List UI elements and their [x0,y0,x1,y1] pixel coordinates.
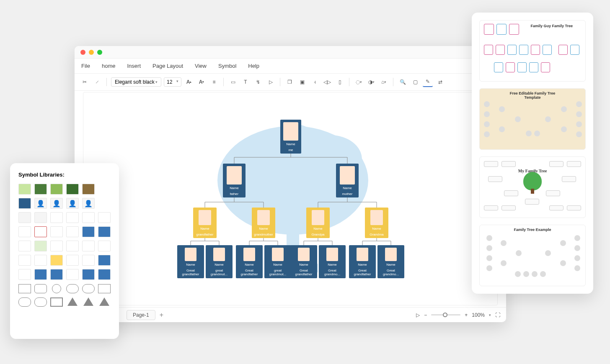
symbol-card-4[interactable] [66,212,79,223]
node-ggm-1[interactable]: Namegreat grandmot... [206,245,233,278]
symbol-card-21[interactable] [50,255,63,266]
menu-view[interactable]: View [195,63,207,69]
template-my-family-tree[interactable]: My Family Tree [479,156,586,218]
symbol-card-12[interactable] [98,226,111,237]
layers-icon[interactable]: ❐ [284,77,295,87]
shape-pill[interactable] [82,284,95,293]
symbol-tree-3[interactable] [50,184,63,195]
symbol-card-16[interactable] [66,241,79,251]
text-tool-icon[interactable]: T [240,77,251,87]
page-tab[interactable]: Page-1 [127,310,155,320]
symbol-card-9[interactable] [50,226,63,237]
symbol-person-2[interactable]: 👤 [50,198,63,209]
symbol-card-28[interactable] [66,269,79,280]
shape-rounded-rect[interactable] [34,284,47,293]
shape-round-3[interactable] [34,297,47,307]
menu-insert[interactable]: Insert [127,63,141,69]
maximize-icon[interactable] [97,50,102,55]
symbol-card-18[interactable] [98,241,111,251]
align-left-icon[interactable]: ⫞ [310,77,320,87]
symbol-card-20[interactable] [34,255,47,266]
symbol-card-29[interactable] [82,269,95,280]
font-select[interactable]: Elegant soft black ▾ [111,77,161,87]
symbol-card-1[interactable] [18,212,31,223]
settings-icon[interactable]: ⇄ [435,77,445,87]
node-grandmother-1[interactable]: Name grandmother [252,208,275,238]
template-editable[interactable]: Free Editable Family Tree Template [479,88,586,150]
font-size-select[interactable]: 12 ▾ [164,77,181,87]
increase-font-icon[interactable]: A▴ [184,77,194,87]
zoom-in-button[interactable]: + [465,312,468,318]
node-ggm-4[interactable]: NameGreat grandmo... [377,245,404,278]
node-mother[interactable]: Name mother [336,164,359,197]
symbol-card-19[interactable] [18,255,31,266]
node-ggf-3[interactable]: NameGreat grandfather [290,245,317,278]
shape-triangle-3[interactable] [99,297,109,306]
fullscreen-icon[interactable]: ⛶ [495,312,500,318]
group-icon[interactable]: ▣ [297,77,307,87]
node-grandma-2[interactable]: Name Grandma [365,208,388,238]
play-icon[interactable]: ▷ [416,312,420,318]
node-ggm-3[interactable]: NameGreat grandmo... [319,245,346,278]
shape-triangle-2[interactable] [83,297,93,306]
symbol-person-1[interactable]: 👤 [34,198,47,209]
symbol-card-2[interactable] [34,212,47,223]
close-icon[interactable] [80,50,85,55]
symbol-card-6[interactable] [98,212,111,223]
line-color-icon[interactable]: ✎ [423,77,433,87]
symbol-card-23[interactable] [82,255,95,266]
shape-ellipse[interactable] [66,284,79,293]
symbol-card-7[interactable] [18,226,31,237]
image-icon[interactable]: ▢ [410,77,420,87]
symbol-card-30[interactable] [98,269,111,280]
symbol-evergreen[interactable] [18,198,31,209]
symbol-card-17[interactable] [82,241,95,251]
symbol-card-13[interactable] [18,241,31,251]
symbol-tree-4[interactable] [66,184,79,195]
rectangle-tool-icon[interactable]: ▭ [228,77,238,87]
canvas[interactable]: Name me Name father Name mother Name gra… [83,92,498,305]
zoom-out-button[interactable]: − [424,312,427,318]
shape-triangle-1[interactable] [67,297,78,306]
menu-symbol[interactable]: Symbol [218,63,236,69]
symbol-card-15[interactable] [50,241,63,251]
template-family-tree-example[interactable]: Family Tree Example [479,225,586,286]
menu-file[interactable]: File [81,63,90,69]
menu-home[interactable]: home [102,63,116,69]
symbol-tree-2[interactable] [34,184,47,195]
symbol-card-22[interactable] [66,255,79,266]
shape-round-2[interactable] [18,297,31,307]
symbol-card-24[interactable] [98,255,111,266]
distribute-icon[interactable]: ▯ [335,77,345,87]
symbol-card-10[interactable] [66,226,79,237]
node-me[interactable]: Name me [280,120,301,154]
symbol-card-3[interactable] [50,212,63,223]
format-painter-icon[interactable]: ⟋ [92,77,102,87]
menu-help[interactable]: Help [248,63,259,69]
fill-color-icon[interactable]: ◌▾ [354,77,364,87]
shape-button[interactable] [98,284,111,293]
flip-icon[interactable]: ◁▷ [322,77,332,87]
decrease-font-icon[interactable]: A▾ [196,77,207,87]
minimize-icon[interactable] [89,50,94,55]
add-page-button[interactable]: + [160,311,163,319]
shape-circle[interactable] [52,284,61,293]
symbol-card-11[interactable] [82,226,95,237]
symbol-person-3[interactable]: 👤 [66,198,79,209]
menu-page-layout[interactable]: Page Layout [152,63,183,69]
align-icon[interactable]: ≡ [209,77,219,87]
search-icon[interactable]: 🔍 [398,77,408,87]
shape-rect-bold[interactable] [50,297,63,307]
pointer-icon[interactable]: ▷ [266,77,276,87]
cut-icon[interactable]: ✂ [80,77,90,87]
symbol-card-8[interactable] [34,226,47,237]
symbol-card-14[interactable] [34,241,47,251]
symbol-tree-1[interactable] [18,184,31,195]
symbol-card-26[interactable] [34,269,47,280]
symbol-card-25[interactable] [18,269,31,280]
shape-rectangle[interactable] [18,284,31,293]
symbol-card-27[interactable] [50,269,63,280]
symbol-person-4[interactable]: 👤 [82,198,95,209]
crop-icon[interactable]: ⌂▾ [379,77,389,87]
node-grandpa-2[interactable]: Name Grandpa [306,208,330,238]
